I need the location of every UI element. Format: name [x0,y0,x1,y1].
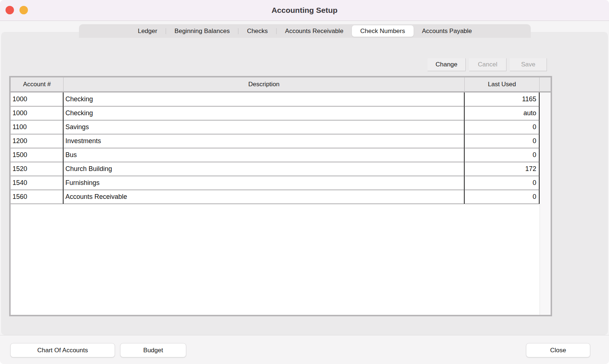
last-used-cell: 0 [465,176,540,190]
account-cell: 1100 [11,120,64,134]
close-button[interactable]: Close [526,343,590,357]
tab-bar: Ledger Beginning Balances Checks Account… [79,24,531,38]
last-used-cell: 172 [465,162,540,176]
column-header-account[interactable]: Account # [11,77,64,91]
table-body: 1000 Checking 1165 1000 Checking auto 11… [11,92,551,315]
account-cell: 1540 [11,176,64,190]
edit-buttons-group: Change Cancel Save [428,58,547,71]
description-cell: Church Building [64,162,465,176]
last-used-cell: auto [465,106,540,120]
window-title: Accounting Setup [0,0,609,21]
save-button[interactable]: Save [510,58,547,71]
table-rows: 1000 Checking 1165 1000 Checking auto 11… [11,92,540,315]
chart-of-accounts-button[interactable]: Chart Of Accounts [10,343,115,357]
tab-accounts-payable[interactable]: Accounts Payable [414,25,480,37]
table-row[interactable]: 1200 Investments 0 [11,134,540,148]
change-button[interactable]: Change [428,58,466,71]
last-used-cell: 0 [465,134,540,148]
account-cell: 1200 [11,134,64,148]
account-cell: 1500 [11,148,64,162]
description-cell: Bus [64,148,465,162]
account-cell: 1560 [11,190,64,204]
table-header: Account # Description Last Used [11,77,551,92]
cancel-button[interactable]: Cancel [469,58,507,71]
table-row[interactable]: 1500 Bus 0 [11,148,540,162]
description-cell: Investments [64,134,465,148]
table-row[interactable]: 1100 Savings 0 [11,120,540,134]
accounting-setup-window: Accounting Setup Ledger Beginning Balanc… [0,0,609,364]
table-row[interactable]: 1000 Checking auto [11,106,540,120]
column-header-last-used[interactable]: Last Used [465,77,540,91]
vertical-scrollbar-track[interactable] [540,92,551,315]
table-row[interactable]: 1540 Furnishings 0 [11,176,540,190]
description-cell: Checking [64,106,465,120]
table-row[interactable]: 1560 Accounts Receivable 0 [11,190,540,204]
table-row[interactable]: 1520 Church Building 172 [11,162,540,176]
tab-check-numbers[interactable]: Check Numbers [352,25,414,37]
account-cell: 1520 [11,162,64,176]
description-cell: Furnishings [64,176,465,190]
last-used-cell: 0 [465,120,540,134]
tab-accounts-receivable[interactable]: Accounts Receivable [277,25,352,37]
description-cell: Savings [64,120,465,134]
description-cell: Checking [64,92,465,106]
last-used-cell: 0 [465,148,540,162]
description-cell: Accounts Receivable [64,190,465,204]
tab-beginning-balances[interactable]: Beginning Balances [166,25,238,37]
column-header-description[interactable]: Description [64,77,465,91]
bottom-bar: Chart Of Accounts Budget Close [0,335,609,364]
titlebar: Accounting Setup [0,0,609,21]
tab-checks[interactable]: Checks [238,25,276,37]
table-row[interactable]: 1000 Checking 1165 [11,92,540,106]
last-used-cell: 0 [465,190,540,204]
column-header-spacer [540,77,551,91]
account-cell: 1000 [11,106,64,120]
check-numbers-table: Account # Description Last Used 1000 Che… [9,76,552,316]
tab-ledger[interactable]: Ledger [129,25,166,37]
last-used-cell: 1165 [465,92,540,106]
account-cell: 1000 [11,92,64,106]
budget-button[interactable]: Budget [120,343,186,357]
